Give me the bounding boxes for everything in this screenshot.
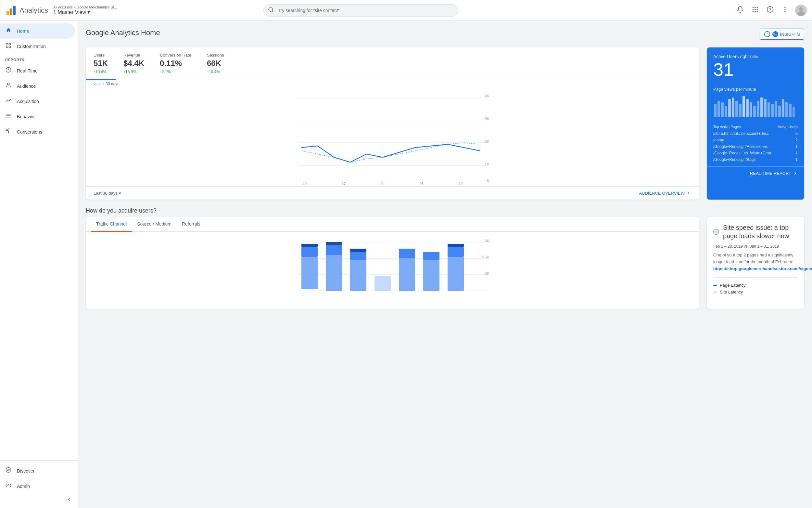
svg-rect-98	[423, 252, 439, 260]
insights-button[interactable]: 9+ INSIGHTS	[760, 29, 804, 40]
svg-rect-59	[728, 99, 731, 117]
svg-rect-101	[447, 244, 464, 247]
au-page-row-2: /Google+Redesign/Accessories 1	[713, 144, 798, 149]
au-page-row-1: /home 2	[713, 138, 798, 142]
metric-tab-users[interactable]: Users 51K ↑10.6%	[86, 47, 115, 80]
active-users-col-label: Active Users	[777, 125, 798, 129]
chevron-right-icon-au	[793, 171, 798, 176]
sidebar-item-realtime[interactable]: Real-Time	[0, 63, 75, 78]
au-page-path-0: /store.html?tpt...derscount+desc	[713, 131, 769, 136]
page-header: Google Analytics Home 9+ INSIGHTS	[86, 29, 804, 40]
svg-rect-71	[771, 104, 774, 117]
acquire-tab-traffic[interactable]: Traffic Channel	[91, 217, 132, 232]
date-selector[interactable]: Last 30 days ▾	[94, 191, 121, 196]
svg-point-3	[269, 7, 273, 11]
sidebar-item-home[interactable]: Home	[0, 24, 75, 39]
au-count: 31	[713, 60, 798, 79]
svg-point-34	[8, 484, 9, 486]
users-label: Users	[94, 53, 105, 57]
svg-rect-97	[423, 260, 439, 291]
svg-rect-25	[9, 46, 11, 48]
acquire-tab-source[interactable]: Source / Medium	[132, 217, 177, 232]
sidebar-item-customization[interactable]: Customization	[0, 39, 75, 54]
au-pageviews-label: Page views per minute	[707, 87, 804, 94]
chevron-down-icon: ▾	[119, 191, 121, 196]
sidebar-item-discover-label: Discover	[17, 468, 35, 473]
acquire-title: How do you acquire users?	[86, 207, 804, 214]
insights-link: https://shop.googlemerchandisestore.com/…	[713, 266, 812, 271]
insights-card-title: Site speed issue: a top page loads slowe…	[723, 223, 798, 240]
sidebar-item-discover[interactable]: Discover	[0, 463, 75, 478]
svg-rect-23	[9, 43, 11, 45]
sessions-label: Sessions	[207, 53, 224, 57]
sidebar-item-audience[interactable]: Audience	[0, 78, 75, 94]
sidebar-item-realtime-label: Real-Time	[17, 68, 38, 74]
insights-icon	[764, 31, 770, 37]
metric-tab-sessions[interactable]: Sessions 66K ↑10.4%	[199, 47, 232, 80]
metric-tab-conversion[interactable]: Conversion Rate 0.11% ↑2.1%	[152, 47, 199, 80]
insights-metric-row-1: Site Latency	[713, 290, 798, 294]
svg-rect-92	[350, 252, 366, 260]
svg-point-27	[7, 83, 9, 85]
sidebar-item-audience-label: Audience	[17, 84, 36, 89]
svg-point-18	[784, 11, 786, 12]
content-area: Google Analytics Home 9+ INSIGHTS Users …	[78, 21, 812, 508]
acquire-row: Traffic Channel Source / Medium Referral…	[86, 217, 804, 309]
insights-metric-row-0: Page Latency	[713, 283, 798, 288]
acquire-tab-referrals[interactable]: Referrals	[177, 217, 205, 232]
notifications-button[interactable]	[735, 5, 745, 16]
apps-button[interactable]	[750, 5, 760, 16]
conversions-icon	[5, 128, 12, 135]
svg-rect-73	[778, 105, 781, 117]
behavior-icon	[5, 113, 12, 120]
svg-point-7	[757, 7, 758, 8]
user-avatar[interactable]	[795, 5, 807, 16]
sidebar-item-conversions[interactable]: Conversions	[0, 124, 75, 139]
acquire-tabs: Traffic Channel Source / Medium Referral…	[86, 217, 699, 232]
au-title: Active Users right now	[713, 54, 798, 59]
top-pages-label: Top Active Pages	[713, 125, 741, 129]
svg-text:24: 24	[381, 182, 385, 185]
svg-point-9	[755, 9, 756, 10]
conversion-value: 0.11%	[160, 59, 191, 68]
sessions-change: ↑10.4%	[207, 70, 220, 74]
au-bar-chart	[713, 94, 798, 117]
reports-section-label: REPORTS	[0, 54, 78, 63]
svg-rect-22	[6, 43, 8, 45]
search-input[interactable]	[264, 4, 458, 16]
main-chart-area: 4K 3K 2K 1K 0	[86, 89, 699, 186]
svg-rect-89	[326, 245, 342, 255]
svg-text:17: 17	[342, 182, 346, 185]
help-button[interactable]	[765, 5, 775, 16]
audience-overview-link[interactable]: AUDIENCE OVERVIEW	[639, 190, 691, 196]
realtime-report-link[interactable]: REAL-TIME REPORT	[713, 171, 798, 176]
au-page-row-3: /Google+Redes...ns+Warm+Gear 1	[713, 151, 798, 155]
insights-card-date: Feb 1 – 28, 2019 vs. Jan 1 – 31, 2019	[713, 244, 798, 249]
search-icon	[268, 7, 274, 14]
svg-rect-87	[301, 244, 318, 247]
svg-marker-33	[7, 469, 9, 471]
acquire-chart: 3K 2.5K 2K	[86, 232, 699, 309]
svg-point-13	[757, 11, 758, 12]
insights-card-body: One of your top 2 pages had a significan…	[713, 252, 798, 272]
more-options-button[interactable]	[780, 5, 790, 16]
sidebar-item-acquisition[interactable]: Acquisition	[0, 94, 75, 109]
site-latency-label: Site Latency	[720, 290, 743, 294]
sidebar-item-behavior[interactable]: Behavior	[0, 109, 75, 124]
svg-rect-61	[735, 101, 738, 117]
svg-rect-74	[782, 99, 784, 117]
metric-tab-revenue[interactable]: Revenue $4.4K ↑16.9%	[115, 47, 152, 80]
admin-icon	[5, 482, 12, 490]
breadcrumb-bottom[interactable]: 1 Master View ▾	[53, 9, 117, 15]
sidebar-collapse-button[interactable]	[0, 494, 78, 505]
svg-text:10: 10	[459, 182, 463, 185]
discover-icon	[5, 467, 12, 474]
au-page-row-0: /store.html?tpt...derscount+desc 3	[713, 131, 798, 136]
conversion-change: ↑2.1%	[160, 70, 171, 74]
svg-rect-66	[753, 105, 756, 117]
card-footer: Last 30 days ▾ AUDIENCE OVERVIEW	[86, 186, 699, 200]
sidebar-item-admin[interactable]: Admin	[0, 478, 75, 494]
svg-point-17	[784, 9, 786, 10]
svg-rect-95	[399, 258, 415, 291]
active-users-card: Active Users right now 31 Page views per…	[707, 47, 804, 200]
